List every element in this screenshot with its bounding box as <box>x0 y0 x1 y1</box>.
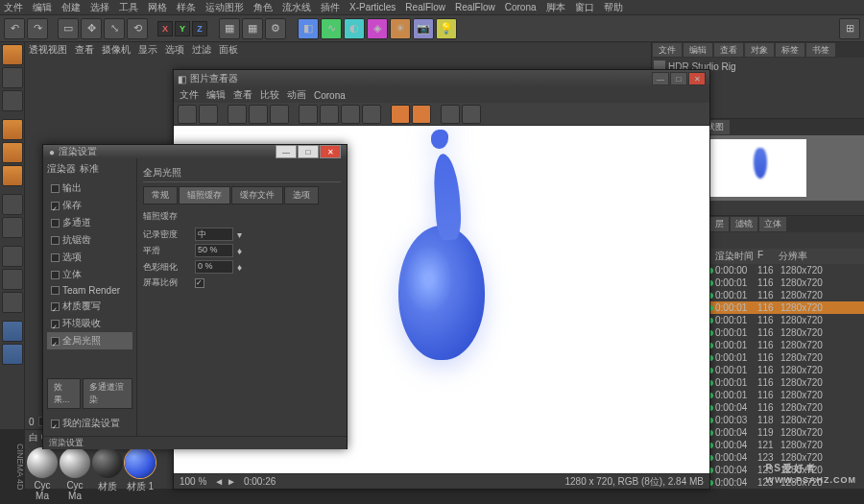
z-axis-toggle[interactable]: Z <box>192 21 207 36</box>
snap-toggle[interactable] <box>2 246 23 267</box>
rs-item[interactable]: 输出 <box>47 180 132 197</box>
rs-item[interactable]: Team Render <box>47 283 132 298</box>
locked-toggle[interactable] <box>2 292 23 313</box>
pv-fullscreen-button[interactable] <box>341 105 360 124</box>
edge-mode[interactable] <box>2 142 23 163</box>
move-tool[interactable]: ✥ <box>81 18 102 39</box>
axis-mode[interactable] <box>2 194 23 215</box>
menu-流水线[interactable]: 流水线 <box>282 1 311 14</box>
material-ball[interactable] <box>60 447 90 478</box>
rs-tab[interactable]: 缓存文件 <box>231 186 283 204</box>
rs-tab[interactable]: 辐照缓存 <box>179 186 230 204</box>
light-primitive[interactable]: 💡 <box>436 18 457 39</box>
point-mode[interactable] <box>2 119 23 140</box>
vp-tab[interactable]: 显示 <box>138 43 157 57</box>
rs-item[interactable]: 全局光照 <box>47 332 132 349</box>
vp-tab[interactable]: 查看 <box>75 43 94 57</box>
pv-ab-button[interactable] <box>391 105 410 124</box>
pv-menu-item[interactable]: 比较 <box>260 88 279 102</box>
poly-mode[interactable] <box>2 165 23 186</box>
model-mode[interactable] <box>2 44 23 65</box>
vp-tab[interactable]: 过滤 <box>192 43 211 57</box>
hist-tab[interactable]: 滤镜 <box>731 217 757 231</box>
close-button[interactable]: ✕ <box>688 72 706 85</box>
pv-stop-button[interactable] <box>462 105 481 124</box>
y-axis-toggle[interactable]: Y <box>175 21 190 36</box>
vp-tab[interactable]: 选项 <box>165 43 184 57</box>
render-settings-button[interactable]: ⚙ <box>265 18 286 39</box>
minimize-button[interactable]: — <box>652 72 669 85</box>
menu-插件[interactable]: 插件 <box>321 1 340 14</box>
pv-histogram-button[interactable] <box>228 105 247 124</box>
rs-item[interactable]: 立体 <box>47 266 132 283</box>
pv-compare-button[interactable] <box>249 105 268 124</box>
pv-play-button[interactable] <box>441 105 460 124</box>
redo-button[interactable]: ↷ <box>27 18 48 39</box>
pv-open-button[interactable] <box>199 105 218 124</box>
scale-tool[interactable]: ⤡ <box>104 18 125 39</box>
workplane-toggle[interactable] <box>2 269 23 290</box>
maximize-button[interactable]: □ <box>298 145 319 158</box>
undo-button[interactable]: ↶ <box>4 18 25 39</box>
rs-titlebar[interactable]: ● 渲染设置 — □ ✕ <box>43 145 347 158</box>
rs-item[interactable]: 保存 <box>47 197 132 214</box>
pv-menu-item[interactable]: 动画 <box>287 88 306 102</box>
pv-menu-item[interactable]: Corona <box>314 90 346 101</box>
material-ball[interactable] <box>125 447 156 478</box>
deformer-primitive[interactable]: ◈ <box>367 18 388 39</box>
menu-角色[interactable]: 角色 <box>253 1 273 14</box>
texture-mode[interactable] <box>2 67 23 88</box>
pv-menu-item[interactable]: 编辑 <box>206 88 226 102</box>
generator-primitive[interactable]: ◐ <box>344 18 365 39</box>
menu-编辑[interactable]: 编辑 <box>33 1 52 14</box>
maximize-button[interactable]: □ <box>670 72 687 85</box>
obj-tab[interactable]: 编辑 <box>684 43 712 57</box>
menu-样条[interactable]: 样条 <box>177 1 196 14</box>
vp-tab[interactable]: 透视视图 <box>29 43 67 57</box>
menu-脚本[interactable]: 脚本 <box>546 1 565 14</box>
obj-tab[interactable]: 查看 <box>714 43 743 57</box>
menu-RealFlow[interactable]: RealFlow <box>405 2 445 12</box>
minimize-button[interactable]: — <box>276 145 297 158</box>
pv-menu-item[interactable]: 文件 <box>180 88 199 102</box>
material-ball[interactable] <box>27 447 58 478</box>
obj-tab[interactable]: 文件 <box>653 43 682 57</box>
rs-item[interactable]: 抗锯齿 <box>47 231 132 249</box>
rs-tab[interactable]: 选项 <box>284 186 319 204</box>
pv-save-button[interactable] <box>178 105 197 124</box>
pv-zoom-fit-button[interactable] <box>299 105 318 124</box>
x-axis-toggle[interactable]: X <box>157 21 173 36</box>
hist-tab[interactable]: 立体 <box>759 217 786 231</box>
obj-tab[interactable]: 书签 <box>806 43 835 57</box>
rs-item[interactable]: 多通道 <box>47 214 132 231</box>
render-pv-button[interactable]: ▦ <box>242 18 263 39</box>
menu-RealFlow[interactable]: RealFlow <box>455 2 495 12</box>
rs-tab[interactable]: 常规 <box>143 186 178 204</box>
pv-menu-item[interactable]: 查看 <box>233 88 252 102</box>
camera-primitive[interactable]: 📷 <box>413 18 434 39</box>
record-density-select[interactable]: 中 <box>195 228 233 241</box>
effect-button[interactable]: 效果... <box>47 378 81 409</box>
render-button[interactable]: ▦ <box>219 18 240 39</box>
xp-tool-1[interactable] <box>2 321 23 342</box>
material-ball[interactable] <box>92 447 123 478</box>
pv-filter-button[interactable] <box>362 105 381 124</box>
menu-X-Particles[interactable]: X-Particles <box>349 2 396 12</box>
menu-窗口[interactable]: 窗口 <box>575 1 594 14</box>
rotate-tool[interactable]: ⟲ <box>127 18 148 39</box>
hist-tab[interactable]: 层 <box>710 217 729 231</box>
renderer-select[interactable]: 标准 <box>80 162 99 176</box>
menu-选择[interactable]: 选择 <box>90 1 109 14</box>
vp-tab[interactable]: 摄像机 <box>102 43 131 57</box>
menu-工具[interactable]: 工具 <box>119 1 138 14</box>
vp-tab[interactable]: 面板 <box>219 43 238 57</box>
rs-item[interactable]: 环境吸收 <box>47 315 132 332</box>
cube-primitive[interactable]: ◧ <box>298 18 319 39</box>
screen-ratio-checkbox[interactable] <box>195 278 204 288</box>
obj-tab[interactable]: 对象 <box>745 43 774 57</box>
my-render-settings[interactable]: 我的渲染设置 <box>47 415 132 432</box>
pv-titlebar[interactable]: ◧ 图片查看器 — □ ✕ <box>174 70 709 87</box>
environment-primitive[interactable]: ☀ <box>390 18 411 39</box>
menu-帮助[interactable]: 帮助 <box>604 1 623 14</box>
menu-文件[interactable]: 文件 <box>4 1 23 14</box>
